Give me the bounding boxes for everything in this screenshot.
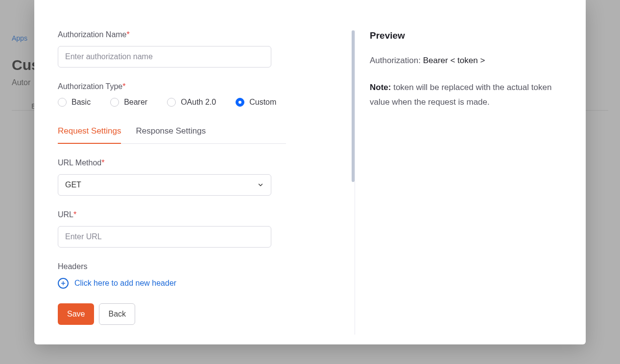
auth-type-label-text: Authorization Type <box>58 82 122 91</box>
required-marker: * <box>127 30 130 39</box>
radio-custom-label: Custom <box>249 98 276 107</box>
radio-bearer[interactable]: Bearer <box>110 98 147 107</box>
add-header-label: Click here to add new header <box>74 279 176 288</box>
required-marker: * <box>101 159 104 167</box>
auth-config-modal: Authorization Name* Authorization Type* … <box>34 0 586 344</box>
url-method-label: URL Method* <box>58 159 331 167</box>
save-button[interactable]: Save <box>58 303 94 325</box>
url-input[interactable] <box>58 226 271 248</box>
radio-oauth-label: OAuth 2.0 <box>181 98 216 107</box>
radio-oauth[interactable]: OAuth 2.0 <box>167 98 216 107</box>
chevron-down-icon <box>257 182 264 188</box>
radio-bearer-label: Bearer <box>124 98 147 107</box>
add-header-button[interactable]: Click here to add new header <box>58 278 331 289</box>
tab-response-settings[interactable]: Response Settings <box>136 126 206 143</box>
preview-auth-label: Authorization: <box>370 56 423 65</box>
url-method-select[interactable]: GET <box>58 174 271 196</box>
radio-circle-icon <box>167 98 176 107</box>
settings-tabs: Request Settings Response Settings <box>58 126 286 144</box>
url-method-label-text: URL Method <box>58 159 101 167</box>
preview-auth-value: Bearer < token > <box>423 56 485 65</box>
auth-name-input[interactable] <box>58 46 271 68</box>
auth-type-radio-group: Basic Bearer OAuth 2.0 Custom <box>58 98 331 107</box>
radio-circle-checked-icon <box>236 98 244 107</box>
url-label-text: URL <box>58 210 73 219</box>
required-marker: * <box>73 210 76 219</box>
tab-request-settings[interactable]: Request Settings <box>58 126 121 144</box>
required-marker: * <box>122 82 125 91</box>
url-label: URL* <box>58 210 331 219</box>
radio-basic[interactable]: Basic <box>58 98 91 107</box>
radio-basic-label: Basic <box>72 98 91 107</box>
headers-label: Headers <box>58 262 331 271</box>
preview-title: Preview <box>370 30 562 41</box>
scrollbar[interactable] <box>352 30 355 182</box>
radio-circle-icon <box>110 98 119 107</box>
radio-custom[interactable]: Custom <box>236 98 276 107</box>
auth-name-label: Authorization Name* <box>58 30 331 39</box>
radio-circle-icon <box>58 98 67 107</box>
auth-type-label: Authorization Type* <box>58 82 331 91</box>
back-button[interactable]: Back <box>99 303 135 325</box>
plus-circle-icon <box>58 278 69 289</box>
preview-note-label: Note: <box>370 83 393 92</box>
preview-note-text: token will be replaced with the actual t… <box>370 83 551 107</box>
preview-note: Note: token will be replaced with the ac… <box>370 80 562 110</box>
preview-auth-line: Authorization: Bearer < token > <box>370 56 562 66</box>
url-method-value: GET <box>65 181 81 189</box>
auth-name-label-text: Authorization Name <box>58 30 127 39</box>
